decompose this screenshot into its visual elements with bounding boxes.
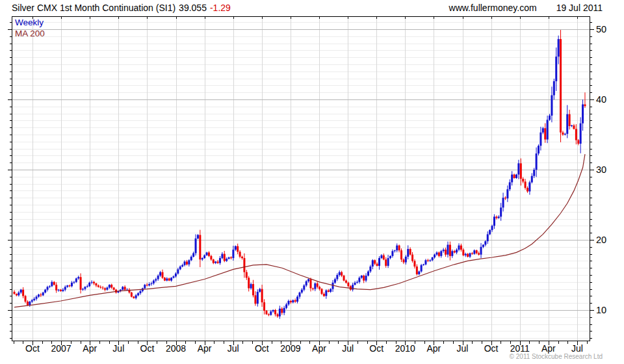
price-change: -1.29 xyxy=(210,3,231,13)
svg-text:Apr: Apr xyxy=(198,343,212,354)
chart-title: Silver CMX 1st Month Continuation (SI1)3… xyxy=(12,3,234,13)
svg-text:Oct: Oct xyxy=(369,343,384,354)
svg-text:Jul: Jul xyxy=(228,343,239,354)
svg-text:Apr: Apr xyxy=(83,343,97,354)
copyright-notice: © 2011 Stockcube Research Ltd xyxy=(510,353,603,360)
last-price: 39.055 xyxy=(179,3,207,13)
svg-text:Oct: Oct xyxy=(484,343,499,354)
svg-text:30: 30 xyxy=(596,164,606,175)
price-chart: 1020304050Oct2007AprJulOct2008AprJulOct2… xyxy=(0,0,624,364)
chart-date: 19 Jul 2011 xyxy=(556,3,603,13)
svg-text:50: 50 xyxy=(596,24,606,34)
svg-text:2009: 2009 xyxy=(280,343,300,354)
svg-text:40: 40 xyxy=(596,94,606,105)
svg-text:2008: 2008 xyxy=(166,343,186,354)
svg-text:Jul: Jul xyxy=(571,343,583,354)
chart-window: 1020304050Oct2007AprJulOct2008AprJulOct2… xyxy=(0,0,624,364)
svg-text:Oct: Oct xyxy=(25,343,40,354)
legend-ma-200: MA 200 xyxy=(15,29,45,39)
svg-text:10: 10 xyxy=(596,305,606,315)
svg-text:Apr: Apr xyxy=(541,343,556,354)
header-right: www.fullermoney.com 19 Jul 2011 xyxy=(449,3,603,13)
svg-text:Oct: Oct xyxy=(255,343,269,354)
svg-text:2007: 2007 xyxy=(51,343,72,354)
legend-weekly: Weekly xyxy=(15,18,44,28)
svg-text:Jul: Jul xyxy=(112,343,124,354)
svg-text:2011: 2011 xyxy=(510,343,530,354)
website-link[interactable]: www.fullermoney.com xyxy=(449,3,537,13)
svg-text:Jul: Jul xyxy=(342,343,354,354)
svg-text:Oct: Oct xyxy=(140,343,155,354)
svg-text:Apr: Apr xyxy=(427,343,441,354)
svg-text:2010: 2010 xyxy=(395,343,415,354)
instrument-name: Silver CMX 1st Month Continuation (SI1) xyxy=(12,3,176,13)
svg-text:Jul: Jul xyxy=(457,343,469,354)
svg-text:Apr: Apr xyxy=(312,343,326,354)
svg-text:20: 20 xyxy=(596,235,606,245)
